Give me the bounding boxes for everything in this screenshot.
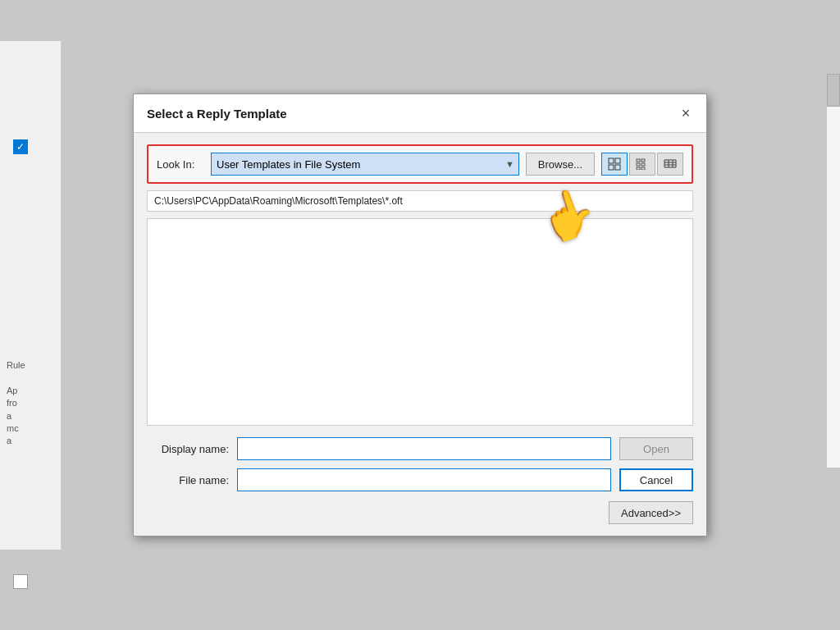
dialog-titlebar: Select a Reply Template × xyxy=(134,94,706,133)
dialog-body: Look In: User Templates in File System O… xyxy=(134,133,706,536)
list-icon xyxy=(636,158,649,170)
file-name-label: File name: xyxy=(147,474,229,486)
bottom-section: Display name: Open File name: Cancel Adv… xyxy=(147,432,693,524)
large-icons-view-btn[interactable] xyxy=(601,153,628,176)
svg-rect-6 xyxy=(637,167,640,170)
lookin-select-wrapper: User Templates in File System Outlook Te… xyxy=(211,153,519,176)
svg-rect-9 xyxy=(641,167,645,170)
close-button[interactable]: × xyxy=(675,103,696,124)
svg-rect-0 xyxy=(609,158,614,163)
dialog-overlay: 👆 Select a Reply Template × Look In: Use… xyxy=(0,0,840,630)
svg-rect-2 xyxy=(615,158,620,163)
path-bar: C:\Users\PC\AppData\Roaming\Microsoft\Te… xyxy=(147,190,693,212)
list-view-btn[interactable] xyxy=(629,153,655,176)
file-name-input[interactable] xyxy=(237,468,611,491)
open-button[interactable]: Open xyxy=(619,437,693,460)
advanced-row: Advanced>> xyxy=(147,500,693,524)
display-name-label: Display name: xyxy=(147,443,229,455)
details-icon xyxy=(664,158,677,170)
view-buttons-group xyxy=(601,153,683,176)
cancel-button[interactable]: Cancel xyxy=(619,468,693,491)
svg-rect-7 xyxy=(641,159,645,162)
lookin-row: Look In: User Templates in File System O… xyxy=(147,144,693,184)
lookin-label: Look In: xyxy=(157,158,204,171)
file-name-row: File name: Cancel xyxy=(147,468,693,491)
file-list-area[interactable] xyxy=(147,218,693,426)
browse-button[interactable]: Browse... xyxy=(526,153,595,176)
svg-rect-1 xyxy=(609,165,614,170)
large-icons-icon xyxy=(608,158,621,171)
details-view-btn[interactable] xyxy=(657,153,683,176)
svg-rect-4 xyxy=(637,159,640,162)
svg-rect-8 xyxy=(641,163,645,166)
advanced-button[interactable]: Advanced>> xyxy=(609,501,693,524)
dialog: Select a Reply Template × Look In: User … xyxy=(133,94,707,536)
display-name-row: Display name: Open xyxy=(147,437,693,460)
svg-rect-5 xyxy=(637,163,640,166)
lookin-select[interactable]: User Templates in File System Outlook Te… xyxy=(211,153,519,176)
dialog-title: Select a Reply Template xyxy=(147,107,287,121)
display-name-input[interactable] xyxy=(237,437,611,460)
svg-rect-3 xyxy=(615,165,620,170)
